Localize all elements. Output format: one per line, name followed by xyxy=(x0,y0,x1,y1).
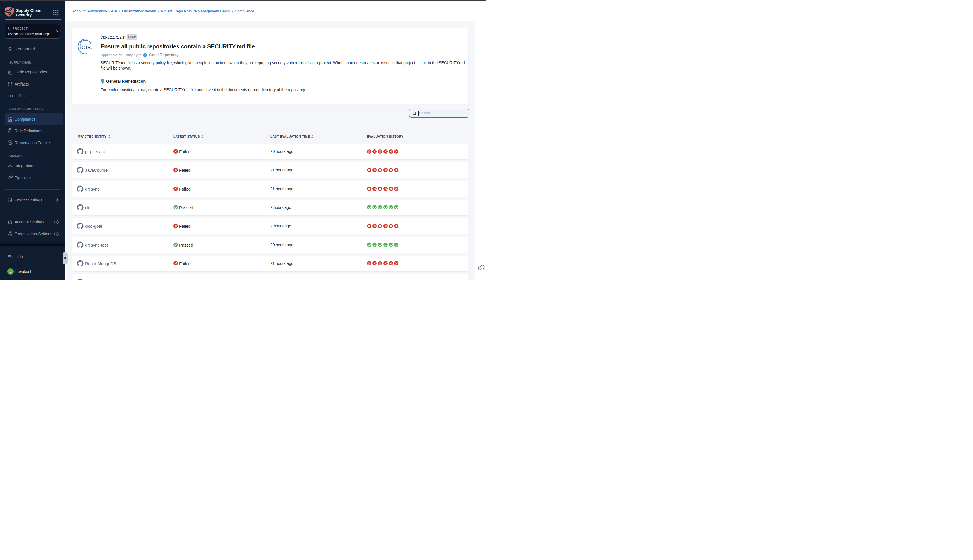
svg-text:CIS.: CIS. xyxy=(81,45,92,50)
svg-text:?: ? xyxy=(9,255,10,257)
